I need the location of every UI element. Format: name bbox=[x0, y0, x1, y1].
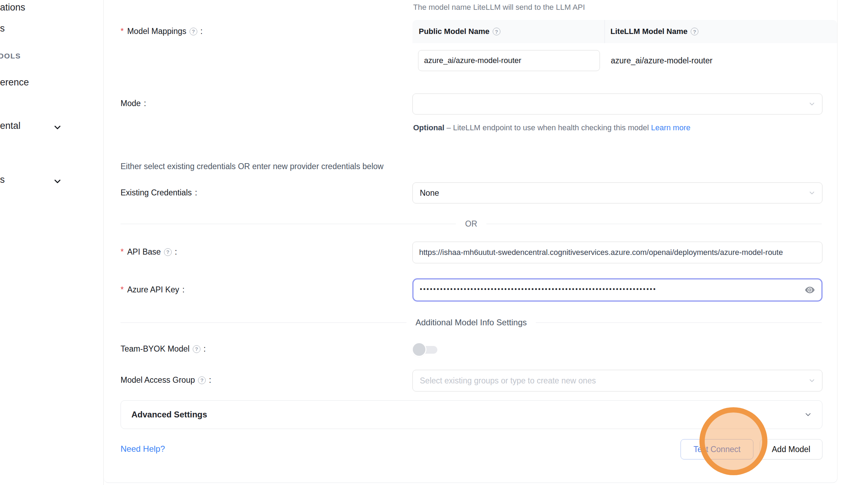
question-circle-icon[interactable]: ? bbox=[193, 345, 200, 353]
question-circle-icon[interactable]: ? bbox=[691, 28, 698, 35]
column-header-public-model-name: Public Model Name ? bbox=[412, 20, 605, 43]
existing-credentials-label: Existing Credentials : bbox=[121, 188, 197, 198]
mode-select[interactable] bbox=[412, 93, 822, 115]
sidebar-item[interactable]: s bbox=[0, 23, 5, 34]
chevron-down-icon[interactable] bbox=[53, 176, 62, 186]
additional-info-divider-text: Additional Model Info Settings bbox=[416, 318, 527, 327]
divider-line bbox=[121, 224, 456, 224]
required-mark: * bbox=[121, 27, 124, 36]
model-mappings-table: Public Model Name ? LiteLLM Model Name ?… bbox=[412, 20, 837, 79]
mode-helper-text: Optional – LiteLLM endpoint to use when … bbox=[413, 120, 693, 135]
additional-info-divider: Additional Model Info Settings bbox=[121, 318, 822, 327]
api-base-input[interactable] bbox=[412, 242, 822, 263]
divider-line bbox=[121, 323, 406, 323]
required-mark: * bbox=[121, 247, 124, 257]
divider-line bbox=[536, 323, 822, 323]
advanced-settings-toggle[interactable]: Advanced Settings bbox=[121, 400, 822, 429]
or-divider: OR bbox=[121, 219, 822, 229]
advanced-settings-label: Advanced Settings bbox=[131, 410, 207, 420]
toggle-knob bbox=[413, 343, 425, 356]
api-base-label: * API Base ? : bbox=[121, 247, 177, 257]
sidebar: ations s OOLS erence ental s bbox=[0, 0, 104, 485]
question-circle-icon[interactable]: ? bbox=[190, 28, 197, 35]
question-circle-icon[interactable]: ? bbox=[164, 248, 172, 256]
sidebar-item-settings[interactable]: s bbox=[0, 174, 5, 185]
need-help-link[interactable]: Need Help? bbox=[121, 444, 165, 454]
add-model-form-panel: The model name LiteLLM will send to the … bbox=[104, 0, 838, 483]
chevron-down-icon bbox=[808, 377, 816, 384]
add-model-button[interactable]: Add Model bbox=[760, 439, 822, 459]
required-mark: * bbox=[121, 285, 124, 295]
question-circle-icon[interactable]: ? bbox=[493, 28, 500, 35]
column-header-litellm-model-name: LiteLLM Model Name ? bbox=[605, 27, 698, 36]
model-mappings-label: * Model Mappings ? : bbox=[121, 27, 203, 36]
learn-more-link[interactable]: Learn more bbox=[651, 123, 691, 132]
azure-api-key-label: * Azure API Key : bbox=[121, 285, 185, 295]
sidebar-section-tools: OOLS bbox=[0, 52, 21, 60]
page-right-gutter bbox=[838, 0, 868, 485]
chevron-down-icon bbox=[808, 189, 816, 197]
existing-credentials-select[interactable]: None bbox=[412, 182, 822, 203]
model-name-helper-text: The model name LiteLLM will send to the … bbox=[413, 3, 585, 12]
chevron-down-icon bbox=[808, 100, 816, 108]
litellm-model-name-value: azure_ai/azure-model-router bbox=[611, 56, 712, 65]
credentials-note: Either select existing credentials OR en… bbox=[121, 162, 383, 171]
chevron-down-icon[interactable] bbox=[53, 123, 62, 132]
team-byok-label: Team-BYOK Model ? : bbox=[121, 344, 206, 354]
model-access-group-label: Model Access Group ? : bbox=[121, 375, 211, 385]
sidebar-item-organizations[interactable]: ations bbox=[0, 2, 25, 13]
or-text: OR bbox=[465, 219, 477, 229]
team-byok-toggle[interactable] bbox=[413, 343, 438, 356]
question-circle-icon[interactable]: ? bbox=[198, 376, 206, 384]
model-mappings-table-header: Public Model Name ? LiteLLM Model Name ? bbox=[412, 20, 837, 43]
divider-line bbox=[486, 224, 822, 224]
chevron-down-icon bbox=[804, 410, 812, 419]
test-connect-button[interactable]: Test Connect bbox=[681, 439, 753, 459]
model-access-group-select[interactable]: Select existing groups or type to create… bbox=[412, 370, 822, 392]
existing-credentials-value: None bbox=[420, 188, 439, 198]
sidebar-item[interactable]: erence bbox=[0, 77, 29, 88]
model-access-group-placeholder: Select existing groups or type to create… bbox=[420, 376, 596, 386]
sidebar-item-experimental[interactable]: ental bbox=[0, 120, 21, 131]
azure-api-key-input[interactable]: ••••••••••••••••••••••••••••••••••••••••… bbox=[412, 278, 822, 302]
masked-api-key-value: ••••••••••••••••••••••••••••••••••••••••… bbox=[420, 285, 804, 293]
mode-label: Mode : bbox=[121, 99, 146, 108]
model-mappings-table-row: azure_ai/azure-model-router bbox=[412, 43, 837, 79]
public-model-name-input[interactable] bbox=[418, 50, 600, 71]
eye-icon[interactable] bbox=[804, 285, 816, 295]
